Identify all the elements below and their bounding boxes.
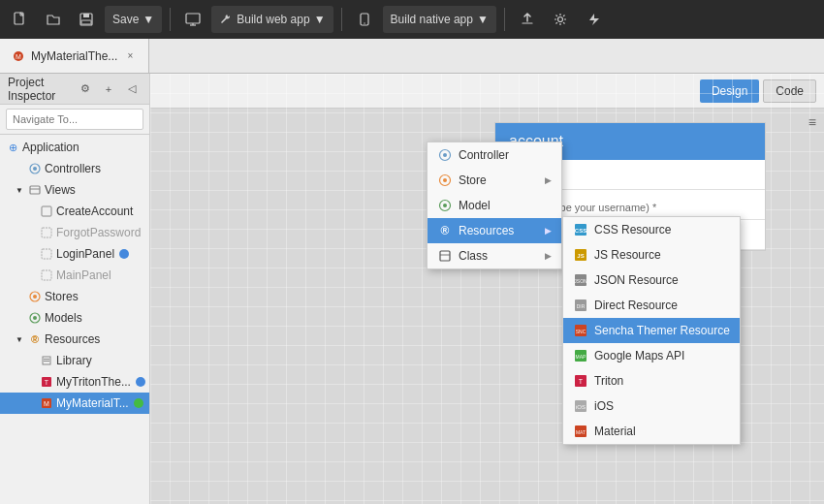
stores-icon	[28, 290, 42, 303]
sidebar-search-input[interactable]	[6, 109, 143, 130]
menu-item-model[interactable]: Model	[428, 193, 561, 218]
sidebar-item-views[interactable]: ▼ Views	[0, 179, 149, 201]
sidebar-title: Project Inspector	[8, 76, 72, 103]
tree-arrow-views: ▼	[16, 186, 25, 195]
sidebar-item-models[interactable]: Models	[0, 307, 149, 329]
menu-item-json-label: JSON Resource	[594, 273, 679, 287]
menu-item-store[interactable]: Store ▶	[428, 168, 561, 193]
views-icon	[28, 183, 42, 197]
save-icon-button[interactable]	[72, 5, 101, 34]
svg-text:T: T	[45, 379, 49, 386]
svg-rect-22	[42, 270, 51, 280]
menu-item-js[interactable]: JS JS Resource	[563, 242, 740, 268]
menu-item-class[interactable]: Class ▶	[428, 243, 561, 268]
sidebar-item-forgotpassword[interactable]: ForgotPassword	[0, 222, 149, 243]
svg-rect-6	[81, 20, 91, 24]
resources-icon: ®	[28, 332, 42, 346]
svg-text:CSS: CSS	[575, 228, 586, 234]
sidebar-item-application[interactable]: ⊕ Application	[0, 137, 149, 158]
forgotpassword-icon	[40, 226, 53, 239]
menu-item-css[interactable]: CSS CSS Resource	[563, 217, 740, 242]
sidebar-header: Project Inspector ⚙ + ◁	[0, 74, 149, 105]
menu-item-googlemaps[interactable]: MAP Google Maps API	[563, 343, 740, 368]
tab-close-button[interactable]: ×	[123, 49, 137, 63]
sidebar-item-controllers[interactable]: Controllers	[0, 158, 149, 179]
svg-rect-40	[440, 251, 450, 261]
sidebar-item-label: Models	[45, 311, 82, 325]
sencha-icon: SNC	[573, 323, 588, 338]
svg-point-16	[33, 167, 37, 171]
sidebar-gear-button[interactable]: ⚙	[76, 79, 95, 99]
sidebar-item-resources[interactable]: ▼ ® Resources	[0, 329, 149, 350]
build-web-dropdown[interactable]: Build web app ▼	[211, 6, 333, 33]
menu-item-material-label: Material	[594, 425, 636, 438]
sidebar-item-createaccount[interactable]: CreateAccount	[0, 201, 149, 222]
gear-button[interactable]	[546, 5, 575, 34]
monitor-icon[interactable]	[178, 5, 207, 34]
menu-item-json[interactable]: JSON JSON Resource	[563, 268, 740, 293]
sidebar-item-label: ForgotPassword	[56, 226, 141, 239]
mymaterial-badge	[134, 398, 143, 408]
tree-arrow-resources: ▼	[16, 335, 25, 344]
sidebar-add-button[interactable]: +	[99, 79, 118, 99]
new-file-button[interactable]	[6, 5, 35, 34]
triton-icon: T	[573, 373, 588, 389]
controllers-icon	[28, 162, 42, 175]
sidebar-item-loginpanel[interactable]: LoginPanel	[0, 243, 149, 265]
sidebar-item-label: Application	[22, 141, 79, 154]
content-menu-button[interactable]: ≡	[808, 114, 816, 130]
models-icon	[28, 311, 42, 325]
svg-text:T: T	[579, 378, 584, 385]
sidebar-item-label: LoginPanel	[56, 247, 114, 261]
sidebar-search-container	[0, 105, 149, 135]
material-icon: MAT	[573, 424, 588, 439]
tab-mymaterialtheme[interactable]: M MyMaterialThe... ×	[0, 39, 149, 73]
loginpanel-badge	[119, 249, 129, 259]
sidebar-tree: ⊕ Application Controllers ▼ Views	[0, 135, 149, 504]
sidebar-item-stores[interactable]: Stores	[0, 286, 149, 307]
class-arrow-icon: ▶	[545, 251, 552, 261]
menu-item-sencha[interactable]: SNC Sencha Themer Resource	[563, 318, 740, 343]
svg-rect-28	[44, 359, 49, 360]
sidebar-item-label: MyMaterialT...	[56, 396, 129, 410]
menu-item-controller[interactable]: Controller	[428, 142, 561, 168]
sidebar-item-library[interactable]: Library	[0, 350, 149, 371]
menu-item-material[interactable]: MAT Material	[563, 419, 740, 444]
svg-rect-7	[186, 14, 200, 23]
sidebar-nav-button[interactable]: ◁	[122, 79, 142, 99]
menu-item-class-label: Class	[459, 249, 488, 263]
menu-item-direct[interactable]: DIR Direct Resource	[563, 293, 740, 318]
svg-rect-21	[42, 249, 51, 259]
menu-item-resources[interactable]: ® Resources ▶	[428, 218, 561, 243]
sidebar-item-label: MyTritonThe...	[56, 375, 131, 389]
save-dropdown[interactable]: Save ▼	[105, 6, 162, 33]
menu-item-triton-label: Triton	[594, 374, 623, 388]
phone-icon[interactable]	[350, 5, 379, 34]
open-button[interactable]	[39, 5, 68, 34]
build-native-dropdown[interactable]: Build native app ▼	[383, 6, 496, 33]
menu-item-sencha-label: Sencha Themer Resource	[594, 324, 730, 337]
save-label: Save	[112, 13, 139, 26]
sidebar-item-mymaterial[interactable]: M MyMaterialT...	[0, 393, 149, 414]
js-icon: JS	[573, 247, 588, 263]
build-native-chevron-icon: ▼	[477, 13, 489, 26]
sidebar-item-mainpanel[interactable]: MainPanel	[0, 265, 149, 286]
upload-button[interactable]	[513, 5, 542, 34]
menu-item-googlemaps-label: Google Maps API	[594, 349, 684, 362]
save-chevron-icon: ▼	[143, 13, 154, 26]
menu-item-controller-label: Controller	[459, 148, 509, 162]
svg-text:MAT: MAT	[576, 429, 586, 435]
svg-rect-20	[42, 228, 51, 237]
menu-item-triton[interactable]: T Triton	[563, 368, 740, 394]
menu-item-css-label: CSS Resource	[594, 223, 671, 236]
build-native-label: Build native app	[391, 13, 473, 26]
svg-text:M: M	[16, 53, 21, 60]
sidebar-item-mytriton[interactable]: T MyTritonThe...	[0, 371, 149, 393]
googlemaps-icon: MAP	[573, 348, 588, 363]
toolbar-sep3	[504, 8, 505, 31]
controller-menu-icon	[437, 147, 453, 163]
lightning-button[interactable]	[579, 5, 608, 34]
tab-bar: M MyMaterialThe... ×	[0, 39, 824, 74]
menu-item-ios[interactable]: iOS iOS	[563, 394, 740, 419]
svg-point-24	[33, 295, 37, 299]
